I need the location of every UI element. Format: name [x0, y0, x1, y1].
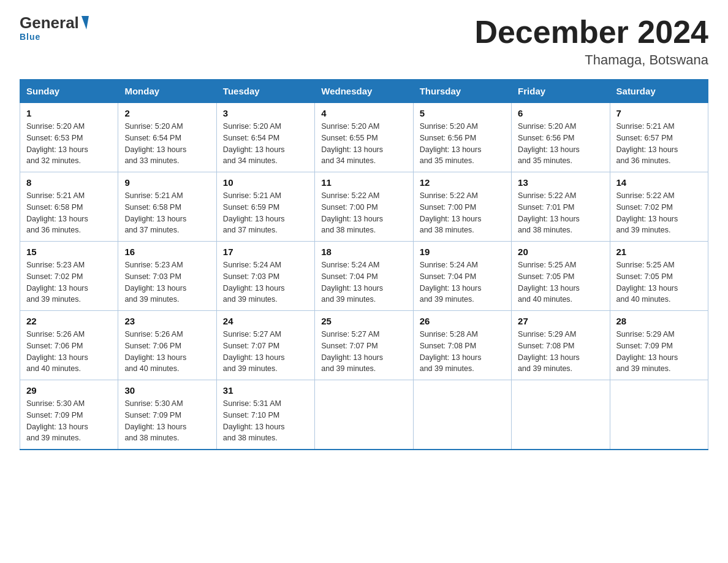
day-info: Sunrise: 5:20 AMSunset: 6:56 PMDaylight:… [420, 121, 505, 167]
day-number: 27 [518, 316, 603, 326]
calendar-body: 1Sunrise: 5:20 AMSunset: 6:53 PMDaylight… [20, 103, 708, 450]
day-number: 4 [321, 108, 406, 118]
day-info: Sunrise: 5:24 AMSunset: 7:04 PMDaylight:… [321, 259, 406, 305]
calendar-cell: 2Sunrise: 5:20 AMSunset: 6:54 PMDaylight… [118, 103, 216, 172]
calendar-cell: 23Sunrise: 5:26 AMSunset: 7:06 PMDayligh… [118, 311, 216, 380]
day-number: 31 [223, 385, 308, 396]
calendar-cell: 1Sunrise: 5:20 AMSunset: 6:53 PMDaylight… [20, 103, 118, 172]
calendar-cell: 30Sunrise: 5:30 AMSunset: 7:09 PMDayligh… [118, 380, 216, 450]
day-number: 25 [321, 316, 406, 326]
calendar-cell: 3Sunrise: 5:20 AMSunset: 6:54 PMDaylight… [216, 103, 314, 172]
day-info: Sunrise: 5:30 AMSunset: 7:09 PMDaylight:… [26, 398, 112, 444]
day-number: 2 [124, 108, 210, 118]
day-info: Sunrise: 5:22 AMSunset: 7:00 PMDaylight:… [420, 190, 505, 236]
day-info: Sunrise: 5:24 AMSunset: 7:04 PMDaylight:… [420, 259, 505, 305]
day-number: 6 [518, 108, 603, 118]
calendar-subtitle: Thamaga, Botswana [474, 52, 708, 68]
calendar-title: December 2024 [474, 15, 708, 50]
day-info: Sunrise: 5:29 AMSunset: 7:09 PMDaylight:… [616, 329, 702, 375]
day-info: Sunrise: 5:22 AMSunset: 7:00 PMDaylight:… [321, 190, 406, 236]
logo-general: General [20, 15, 79, 31]
week-row-4: 22Sunrise: 5:26 AMSunset: 7:06 PMDayligh… [20, 311, 708, 380]
day-info: Sunrise: 5:25 AMSunset: 7:05 PMDaylight:… [616, 259, 702, 305]
week-row-1: 1Sunrise: 5:20 AMSunset: 6:53 PMDaylight… [20, 103, 708, 172]
calendar-cell: 19Sunrise: 5:24 AMSunset: 7:04 PMDayligh… [413, 242, 511, 311]
calendar-cell: 29Sunrise: 5:30 AMSunset: 7:09 PMDayligh… [20, 380, 118, 450]
day-number: 1 [26, 108, 112, 118]
logo-text: General [20, 15, 88, 31]
day-number: 19 [420, 247, 505, 257]
day-info: Sunrise: 5:24 AMSunset: 7:03 PMDaylight:… [223, 259, 308, 305]
day-number: 30 [124, 385, 210, 396]
calendar-cell: 18Sunrise: 5:24 AMSunset: 7:04 PMDayligh… [315, 242, 413, 311]
day-number: 5 [420, 108, 505, 118]
calendar-cell: 20Sunrise: 5:25 AMSunset: 7:05 PMDayligh… [512, 242, 610, 311]
day-number: 15 [26, 247, 112, 257]
logo-arrow-icon [79, 16, 89, 29]
calendar-cell: 22Sunrise: 5:26 AMSunset: 7:06 PMDayligh… [20, 311, 118, 380]
header-day-monday: Monday [118, 80, 216, 103]
day-info: Sunrise: 5:20 AMSunset: 6:53 PMDaylight:… [26, 121, 112, 167]
day-info: Sunrise: 5:21 AMSunset: 6:58 PMDaylight:… [124, 190, 210, 236]
day-info: Sunrise: 5:27 AMSunset: 7:07 PMDaylight:… [321, 329, 406, 375]
day-number: 11 [321, 177, 406, 188]
calendar-cell: 10Sunrise: 5:21 AMSunset: 6:59 PMDayligh… [216, 172, 314, 242]
day-number: 29 [26, 385, 112, 396]
calendar-cell: 24Sunrise: 5:27 AMSunset: 7:07 PMDayligh… [216, 311, 314, 380]
page-header: General Blue December 2024 Thamaga, Bots… [20, 15, 708, 68]
calendar-cell: 8Sunrise: 5:21 AMSunset: 6:58 PMDaylight… [20, 172, 118, 242]
header-day-saturday: Saturday [610, 80, 708, 103]
day-number: 10 [223, 177, 308, 188]
day-info: Sunrise: 5:25 AMSunset: 7:05 PMDaylight:… [518, 259, 603, 305]
day-info: Sunrise: 5:21 AMSunset: 6:58 PMDaylight:… [26, 190, 112, 236]
calendar-cell: 26Sunrise: 5:28 AMSunset: 7:08 PMDayligh… [413, 311, 511, 380]
day-info: Sunrise: 5:23 AMSunset: 7:03 PMDaylight:… [124, 259, 210, 305]
calendar-cell: 5Sunrise: 5:20 AMSunset: 6:56 PMDaylight… [413, 103, 511, 172]
header-day-sunday: Sunday [20, 80, 118, 103]
calendar-cell: 6Sunrise: 5:20 AMSunset: 6:56 PMDaylight… [512, 103, 610, 172]
day-info: Sunrise: 5:30 AMSunset: 7:09 PMDaylight:… [124, 398, 210, 444]
calendar-cell: 12Sunrise: 5:22 AMSunset: 7:00 PMDayligh… [413, 172, 511, 242]
day-number: 21 [616, 247, 702, 257]
day-number: 16 [124, 247, 210, 257]
day-info: Sunrise: 5:26 AMSunset: 7:06 PMDaylight:… [124, 329, 210, 375]
day-info: Sunrise: 5:20 AMSunset: 6:54 PMDaylight:… [223, 121, 308, 167]
calendar-cell: 17Sunrise: 5:24 AMSunset: 7:03 PMDayligh… [216, 242, 314, 311]
calendar-table: SundayMondayTuesdayWednesdayThursdayFrid… [20, 79, 708, 450]
calendar-cell: 27Sunrise: 5:29 AMSunset: 7:08 PMDayligh… [512, 311, 610, 380]
calendar-cell: 14Sunrise: 5:22 AMSunset: 7:02 PMDayligh… [610, 172, 708, 242]
calendar-cell [315, 380, 413, 450]
day-number: 14 [616, 177, 702, 188]
day-number: 8 [26, 177, 112, 188]
day-number: 22 [26, 316, 112, 326]
day-number: 24 [223, 316, 308, 326]
day-info: Sunrise: 5:22 AMSunset: 7:01 PMDaylight:… [518, 190, 603, 236]
calendar-header: SundayMondayTuesdayWednesdayThursdayFrid… [20, 80, 708, 103]
day-number: 3 [223, 108, 308, 118]
day-info: Sunrise: 5:21 AMSunset: 6:57 PMDaylight:… [616, 121, 702, 167]
day-number: 26 [420, 316, 505, 326]
calendar-cell: 31Sunrise: 5:31 AMSunset: 7:10 PMDayligh… [216, 380, 314, 450]
header-day-friday: Friday [512, 80, 610, 103]
calendar-cell: 16Sunrise: 5:23 AMSunset: 7:03 PMDayligh… [118, 242, 216, 311]
calendar-cell: 4Sunrise: 5:20 AMSunset: 6:55 PMDaylight… [315, 103, 413, 172]
day-info: Sunrise: 5:26 AMSunset: 7:06 PMDaylight:… [26, 329, 112, 375]
day-number: 23 [124, 316, 210, 326]
header-day-tuesday: Tuesday [216, 80, 314, 103]
calendar-cell: 11Sunrise: 5:22 AMSunset: 7:00 PMDayligh… [315, 172, 413, 242]
calendar-cell: 21Sunrise: 5:25 AMSunset: 7:05 PMDayligh… [610, 242, 708, 311]
day-info: Sunrise: 5:23 AMSunset: 7:02 PMDaylight:… [26, 259, 112, 305]
calendar-cell: 28Sunrise: 5:29 AMSunset: 7:09 PMDayligh… [610, 311, 708, 380]
header-day-wednesday: Wednesday [315, 80, 413, 103]
day-number: 17 [223, 247, 308, 257]
day-number: 12 [420, 177, 505, 188]
day-number: 20 [518, 247, 603, 257]
header-row: SundayMondayTuesdayWednesdayThursdayFrid… [20, 80, 708, 103]
calendar-cell [610, 380, 708, 450]
day-info: Sunrise: 5:20 AMSunset: 6:55 PMDaylight:… [321, 121, 406, 167]
day-info: Sunrise: 5:27 AMSunset: 7:07 PMDaylight:… [223, 329, 308, 375]
day-number: 13 [518, 177, 603, 188]
calendar-cell [413, 380, 511, 450]
day-info: Sunrise: 5:22 AMSunset: 7:02 PMDaylight:… [616, 190, 702, 236]
day-info: Sunrise: 5:21 AMSunset: 6:59 PMDaylight:… [223, 190, 308, 236]
